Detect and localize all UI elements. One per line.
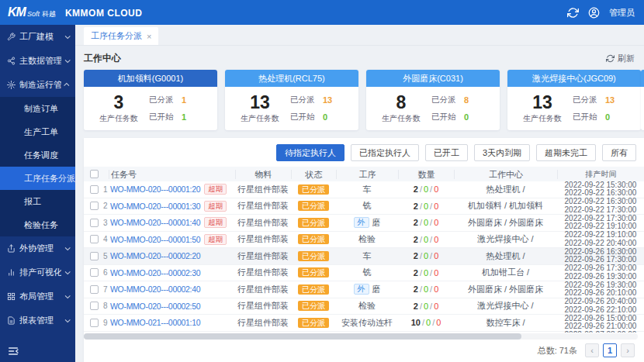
table-header: 任务号 物料 状态 工序 数量 工作中心 排产时间 <box>84 167 644 181</box>
task-number-link[interactable]: WO-MMO-020---00001:30 <box>110 202 200 211</box>
row-checkbox[interactable] <box>90 185 99 194</box>
process-cell: 检验 <box>358 233 376 245</box>
sidebar-subitem[interactable]: 检验任务 <box>0 213 75 236</box>
chevron-down-icon <box>65 293 71 298</box>
row-checkbox[interactable] <box>90 219 99 227</box>
assigned-value: 13 <box>605 95 615 105</box>
task-number-link[interactable]: WO-MMO-020---00002:50 <box>110 302 200 311</box>
work-center-card-header[interactable]: 热处理机(RCL75) <box>225 70 358 87</box>
work-center-card-header[interactable]: 外圆磨床(C031) <box>366 70 500 87</box>
status-badge: 已分派 <box>298 234 329 244</box>
sidebar-item-master-data[interactable]: 主数据管理 <box>0 49 75 73</box>
work-center-card-header[interactable]: 机加领料(G0001) <box>84 70 217 87</box>
sidebar-subitem[interactable]: 生产工单 <box>0 120 75 143</box>
started-value: 0 <box>464 112 469 122</box>
filter-button[interactable]: 所有 <box>602 144 636 161</box>
assigned-value: 8 <box>464 95 469 105</box>
quantity-cell: 2/0/0 <box>398 251 454 260</box>
tab-bar: 工序任务分派 × <box>75 25 644 46</box>
task-number-link[interactable]: WO-MMO-021---00001:10 <box>110 318 200 327</box>
column-process: 工序 <box>336 170 398 179</box>
chevron-down-icon <box>65 245 71 250</box>
close-icon[interactable]: × <box>147 32 151 41</box>
started-label: 已开始 <box>573 112 605 122</box>
task-number-link[interactable]: WO-MMO-020---00001:50 <box>110 235 200 244</box>
work-center-card[interactable]: 机加领料(G0001) 3 生产任务数 已分派 <box>84 70 217 130</box>
row-checkbox[interactable] <box>90 235 99 243</box>
table-row[interactable]: 1 WO-MMO-020---00001:20 超期 行星组件部装 已分派 <box>84 181 644 198</box>
work-center-card[interactable]: 激光焊接中心(JGC09) 13 生产任务数 已分派 <box>507 70 641 130</box>
task-count-value: 13 <box>515 93 570 112</box>
sidebar-item-scheduling-visualization[interactable]: 排产可视化 <box>0 260 75 284</box>
table-row[interactable]: 2 WO-MMO-020---00001:30 超期 行星组件部装 已分派 <box>84 198 644 215</box>
task-number-link[interactable]: WO-MMO-020---00001:40 <box>110 218 200 227</box>
table-row[interactable]: 10 WO-MMO-021---00001:30 行星组件部装 已分派 <box>84 332 644 333</box>
table-row[interactable]: 5 WO-MMO-020---00002:20 行星组件部装 已分派 <box>84 248 644 265</box>
sidebar-subitem-label: 任务调度 <box>24 150 58 161</box>
filter-button[interactable]: 已开工 <box>425 144 468 161</box>
filter-button[interactable]: 已指定执行人 <box>351 144 419 161</box>
bar-chart-icon <box>7 268 16 277</box>
work-center-card[interactable]: 热处理机(RCL75) 13 生产任务数 已分派 <box>225 70 358 130</box>
filter-label: 所有 <box>611 148 628 157</box>
sidebar-subitem[interactable]: 报工 <box>0 190 75 213</box>
sync-icon[interactable] <box>567 7 579 19</box>
task-number-link[interactable]: WO-MMO-020---00002:30 <box>110 268 200 278</box>
sidebar-subitem[interactable]: 任务调度 <box>0 143 75 167</box>
work-center-card[interactable]: 外圆磨床(C031) 8 生产任务数 已分派 <box>366 70 500 130</box>
sidebar-subitem-label: 工序任务分派 <box>24 173 75 184</box>
row-checkbox[interactable] <box>90 252 99 260</box>
filter-button[interactable]: 待指定执行人 <box>276 144 345 161</box>
quantity-cell: 2/0/0 <box>398 284 454 294</box>
tab-process-task-dispatch[interactable]: 工序任务分派 × <box>84 27 158 45</box>
total-count: 总数: 71条 <box>538 345 577 357</box>
sidebar-item-report-management[interactable]: 报表管理 <box>0 309 75 333</box>
username[interactable]: 管理员 <box>609 7 635 19</box>
row-checkbox[interactable] <box>90 202 99 210</box>
task-number-link[interactable]: WO-MMO-020---00002:40 <box>110 284 200 294</box>
row-checkbox[interactable] <box>90 285 99 294</box>
table-row[interactable]: 3 WO-MMO-020---00001:40 超期 行星组件部装 已分派 外 <box>84 215 644 232</box>
refresh-button[interactable]: 刷新 <box>606 53 635 64</box>
task-number-link[interactable]: WO-MMO-020---00002:20 <box>110 251 200 260</box>
sidebar-item-label: 外协管理 <box>19 243 61 254</box>
next-page-button[interactable]: › <box>621 343 635 357</box>
table-row[interactable]: 4 WO-MMO-020---00001:50 超期 行星组件部装 已分派 <box>84 232 644 249</box>
assigned-label: 已分派 <box>149 95 182 105</box>
schedule-time-cell: 2022-09-22 19:10:00 2022-09-22 20:40:00 <box>557 231 644 247</box>
current-page-button[interactable]: 1 <box>603 343 617 357</box>
table-row[interactable]: 6 WO-MMO-020---00002:30 行星组件部装 已分派 <box>84 265 644 282</box>
sidebar-item-layout-management[interactable]: 布局管理 <box>0 284 75 309</box>
row-checkbox[interactable] <box>90 302 99 310</box>
sidebar-subitem-label: 制造订单 <box>24 103 58 115</box>
table-row[interactable]: 9 WO-MMO-021---00001:10 行星组件部装 已分派 <box>84 315 644 332</box>
task-number-link[interactable]: WO-MMO-020---00001:20 <box>110 184 200 194</box>
quantity-cell: 2/0/0 <box>398 218 454 227</box>
avatar-icon[interactable] <box>588 7 600 19</box>
sidebar-subitem[interactable]: 工序任务分派 <box>0 167 75 190</box>
table-row[interactable]: 7 WO-MMO-020---00002:40 行星组件部装 已分派 外 <box>84 281 644 298</box>
prev-page-button[interactable]: ‹ <box>585 343 599 357</box>
work-center-card-header[interactable]: 激光焊接中心(JGC09) <box>507 70 641 87</box>
sidebar-subitem[interactable]: 制造订单 <box>0 97 75 120</box>
status-badge: 已分派 <box>298 284 329 295</box>
tab-label: 工序任务分派 <box>91 30 142 42</box>
report-icon <box>7 316 16 325</box>
filter-button[interactable]: 超期未完工 <box>536 144 596 161</box>
process-cell: 安装传动连杆 <box>341 317 393 329</box>
horizontal-scrollbar[interactable] <box>84 333 521 340</box>
collapse-sidebar-icon[interactable] <box>7 345 19 357</box>
sidebar-item-manufacturing-ops[interactable]: 制造运行管理 <box>0 73 75 97</box>
row-checkbox[interactable] <box>90 268 99 277</box>
select-all-checkbox[interactable] <box>90 170 99 178</box>
horizontal-scrollbar-track[interactable] <box>84 333 638 340</box>
row-number: 4 <box>103 235 108 243</box>
filter-button[interactable]: 3天内到期 <box>474 144 530 161</box>
row-checkbox[interactable] <box>90 319 99 327</box>
row-number: 3 <box>103 219 108 227</box>
sidebar-item-outsourcing[interactable]: 外协管理 <box>0 236 75 260</box>
pagination: 总数: 71条 ‹ 1 › <box>84 340 644 362</box>
work-center-card-partial[interactable] <box>641 70 644 130</box>
sidebar-item-factory-modeling[interactable]: 工厂建模 <box>0 25 75 49</box>
table-row[interactable]: 8 WO-MMO-020---00002:50 行星组件部装 已分派 <box>84 298 644 315</box>
